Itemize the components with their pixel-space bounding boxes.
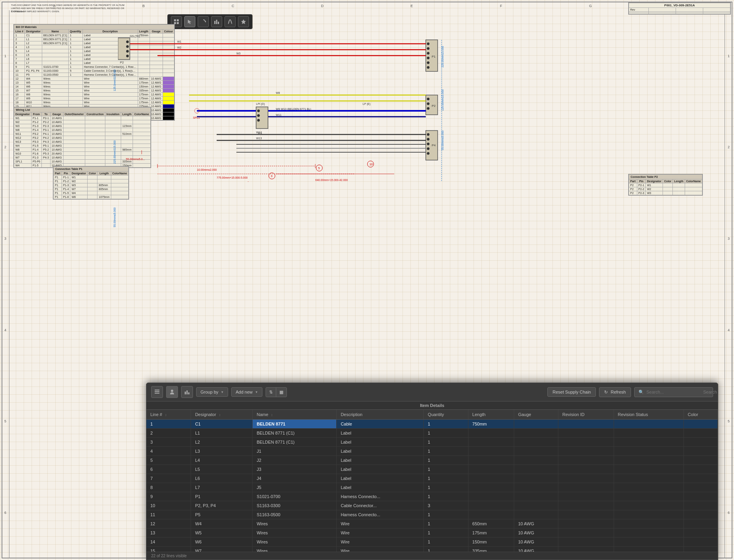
col-header-length[interactable]: Length [468, 410, 514, 420]
table-row[interactable]: 7L6J4Label1 [146, 474, 718, 483]
col-header-name[interactable]: Name ↕ [253, 410, 337, 420]
table-row[interactable]: 9P1S1021-0700Harness Connecto...1 [146, 492, 718, 501]
svg-text:W3: W3 [236, 52, 241, 55]
search-icon: 🔍 [639, 390, 644, 395]
svg-marker-4 [205, 21, 206, 22]
cell-designator: L4 [191, 456, 253, 465]
cell-line: 2 [146, 429, 191, 438]
group-by-arrow: ▼ [221, 390, 224, 394]
add-new-dropdown[interactable]: Add new ▼ [231, 387, 262, 397]
cell-name: J3 [253, 465, 337, 474]
table-row[interactable]: 6L5J3Label1 [146, 465, 718, 474]
table-row[interactable]: 4L3J1Label1 [146, 447, 718, 456]
col-header-revision-id[interactable]: Revision ID [558, 410, 614, 420]
col-header-quantity[interactable]: Quantity [424, 410, 468, 420]
col-header-designator[interactable]: Designator ↕ [191, 410, 253, 420]
cell-name: J1 [253, 447, 337, 456]
table-row[interactable]: 3L2BELDEN 8771 (C1)Label1 [146, 438, 718, 447]
panel-list-view-btn[interactable] [151, 386, 163, 398]
cell-gauge [514, 492, 558, 501]
svg-rect-90 [155, 390, 159, 390]
toolbar-select-btn[interactable] [184, 16, 195, 27]
col-header-color[interactable]: Color [683, 410, 717, 420]
cell-revision-id [558, 547, 614, 552]
svg-point-24 [427, 152, 429, 155]
view-btn[interactable]: ▦ [276, 388, 286, 397]
search-box[interactable]: 🔍 Search [634, 387, 713, 397]
cell-line: 8 [146, 483, 191, 492]
table-row[interactable]: 10P2, P3, P4S1163-0300Cable Connector...… [146, 501, 718, 510]
cell-revision-id [558, 438, 614, 447]
sort-btn[interactable]: ⇅ [266, 388, 276, 397]
col-c: C [188, 4, 278, 8]
panel-chart-view-btn[interactable] [181, 386, 193, 398]
svg-rect-3 [177, 22, 179, 24]
table-row[interactable]: 15W7WiresWire1335mm10 AWG [146, 547, 718, 552]
col-header-description[interactable]: Description [337, 410, 424, 420]
col-header-revision-status[interactable]: Revision Status [614, 410, 683, 420]
svg-point-23 [427, 147, 429, 150]
table-row[interactable]: 13W5WiresWire1175mm10 AWG [146, 528, 718, 538]
cell-color [683, 492, 717, 501]
panel-section-title: Item Details [146, 401, 718, 410]
svg-rect-1 [177, 19, 179, 21]
table-row[interactable]: 2L1BELDEN 8771 (C1)Label1 [146, 429, 718, 438]
cell-designator: L3 [191, 447, 253, 456]
svg-text:W12: W12 [256, 131, 262, 134]
svg-text:640.00mm+15.000-42.000: 640.00mm+15.000-42.000 [315, 179, 348, 181]
dim-v3: 55.00mms5.000 [113, 207, 116, 227]
refresh-btn[interactable]: ↻ Refresh [599, 387, 631, 397]
svg-rect-5 [214, 21, 215, 24]
toolbar-rotate-btn[interactable] [198, 16, 209, 27]
cell-length [468, 501, 514, 510]
svg-text:W1: W1 [177, 40, 182, 43]
cell-color [683, 456, 717, 465]
col-header-line[interactable]: Line # ↕ [146, 410, 191, 420]
svg-text:P1: P1 [432, 55, 436, 58]
svg-point-10 [427, 47, 429, 50]
cell-gauge [514, 465, 558, 474]
cell-revision-status [614, 547, 683, 552]
cell-gauge: 10 AWG [514, 538, 558, 547]
cell-color [683, 483, 717, 492]
table-row[interactable]: 12W4WiresWire1650mm10 AWG [146, 519, 718, 528]
svg-text:P2: P2 [432, 104, 436, 108]
table-row[interactable]: 5L4J2Label1 [146, 456, 718, 465]
cell-designator: P1 [191, 492, 253, 501]
table-wrapper[interactable]: Line # ↕ Designator ↕ Name ↕ Description… [146, 410, 718, 552]
cell-description: Label [337, 429, 424, 438]
cell-designator: W7 [191, 547, 253, 552]
panel-person-view-btn[interactable] [166, 386, 178, 398]
table-row[interactable]: 11P5S1163-0500Harness Connecto...1 [146, 510, 718, 519]
search-input[interactable] [646, 390, 701, 394]
svg-point-18 [427, 107, 429, 110]
cell-line: 3 [146, 438, 191, 447]
table-row[interactable]: 1C1BELDEN 8771Cable1750mm [146, 420, 718, 429]
group-by-dropdown[interactable]: Group by ▼ [196, 387, 228, 397]
svg-point-20 [427, 133, 429, 136]
table-row[interactable]: 14W6WiresWire1150mm10 AWG [146, 538, 718, 547]
cell-length [468, 474, 514, 483]
cell-quantity: 1 [424, 483, 468, 492]
toolbar-chart-btn[interactable] [211, 16, 222, 27]
svg-text:W13: W13 [256, 137, 262, 140]
dim-v1: 125.0mmS15.000 [113, 69, 116, 91]
reset-supply-chain-label: Reset Supply Chain [552, 390, 591, 394]
cell-name: Wires [253, 538, 337, 547]
svg-text:5: 5 [318, 166, 320, 170]
svg-point-41 [126, 55, 129, 57]
cell-revision-status [614, 420, 683, 429]
cell-description: Harness Connecto... [337, 492, 424, 501]
toolbar-wire-btn[interactable] [225, 16, 236, 27]
svg-point-40 [126, 50, 129, 52]
row-numbers-left: 1 2 3 4 5 6 [2, 10, 9, 558]
cell-description: Wire [337, 538, 424, 547]
cell-gauge [514, 483, 558, 492]
reset-supply-chain-btn[interactable]: Reset Supply Chain [547, 387, 596, 397]
toolbar-highlight-btn[interactable] [238, 16, 249, 27]
cell-length [468, 429, 514, 438]
cell-gauge [514, 438, 558, 447]
svg-point-43 [257, 110, 260, 112]
table-row[interactable]: 8L7J5Label1 [146, 483, 718, 492]
col-header-gauge[interactable]: Gauge [514, 410, 558, 420]
